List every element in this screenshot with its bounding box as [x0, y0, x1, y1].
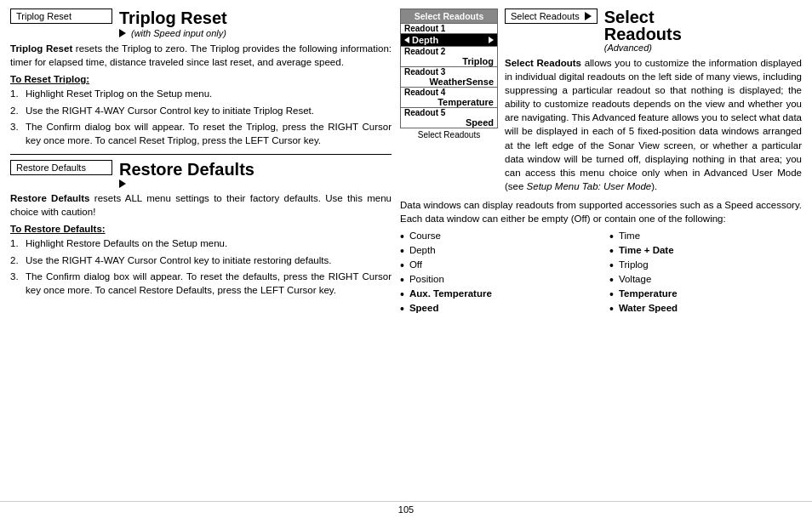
to-restore-defaults-heading: To Restore Defaults: [10, 224, 392, 234]
page-number: 105 [398, 504, 414, 515]
readout-2-row: Readout 2 Triplog [400, 46, 498, 66]
restore-step-2: 2.Use the RIGHT 4-WAY Cursor Control key… [10, 254, 392, 268]
content-area: Triplog Reset Triplog Reset (with Speed … [0, 0, 812, 501]
bullet-triplog-text: Triplog [619, 259, 649, 270]
bullet-voltage-text: Voltage [619, 274, 651, 284]
select-readouts-arrow-icon [585, 12, 592, 20]
readout-5-label: Readout 5 [404, 108, 494, 117]
readout-4-row: Readout 4 Temperature [400, 87, 498, 107]
select-readouts-advanced: (Advanced) [604, 43, 682, 53]
divider-1 [10, 154, 392, 155]
triplog-step-1-text: Highlight Reset Triplog on the Setup men… [26, 88, 212, 101]
select-readouts-desc-text: allows you to customize the information … [505, 58, 802, 191]
readout-1-label: Readout 1 [404, 24, 494, 33]
bullet-course-text: Course [409, 231, 441, 241]
triplog-step-3: 3.The Confirm dialog box will appear. To… [10, 121, 392, 147]
to-reset-triplog-heading: To Reset Triplog: [10, 74, 392, 84]
bullet-dot-time-date: • [609, 245, 614, 257]
select-readouts-title-section: Select Readouts Select Readouts (Advance… [505, 9, 802, 193]
readout-5-value: Speed [404, 117, 494, 128]
triplog-step-2-text: Use the RIGHT 4-WAY Cursor Control key t… [26, 105, 314, 118]
restore-steps-list: 1.Highlight Restore Defaults on the Setu… [10, 237, 392, 297]
triplog-reset-intro: Triplog Reset resets the Triplog to zero… [10, 42, 392, 69]
readout-4-label: Readout 4 [404, 88, 494, 97]
restore-defaults-intro-bold: Restore Defaults [10, 193, 90, 203]
page-footer: 105 [0, 501, 812, 518]
restore-defaults-menu-label: Restore Defaults [16, 162, 86, 173]
restore-defaults-menu-box: Restore Defaults [10, 160, 112, 175]
restore-defaults-title: Restore Defaults [119, 160, 254, 179]
bullet-dot-course: • [400, 231, 404, 242]
bullet-off-text: Off [409, 259, 422, 270]
bullet-dot-time: • [609, 231, 614, 242]
readouts-menu-panel: Select Readouts Readout 1 Depth [400, 9, 498, 193]
select-readouts-title-row: Select Readouts Select Readouts (Advance… [505, 9, 802, 53]
bullet-time-date: • Time + Date [609, 245, 802, 257]
restore-step-3-text: The Confirm dialog box will appear. To r… [26, 270, 392, 297]
triplog-steps-list: 1.Highlight Reset Triplog on the Setup m… [10, 88, 392, 147]
bullet-time: • Time [609, 231, 802, 242]
bullet-dot-depth: • [400, 245, 404, 257]
triplog-reset-subtitle: (with Speed input only) [131, 28, 226, 38]
bullet-speed-text: Speed [409, 303, 439, 313]
bullet-voltage: • Voltage [609, 274, 802, 286]
restore-defaults-title-block: Restore Defaults [119, 160, 254, 188]
triplog-reset-intro-bold: Triplog Reset [10, 43, 72, 54]
left-column: Triplog Reset Triplog Reset (with Speed … [10, 9, 392, 496]
bullet-col-right: • Time • Time + Date • Triplog • Voltage [609, 231, 802, 317]
bullet-time-text: Time [619, 231, 640, 241]
bullet-dot-off: • [400, 259, 404, 271]
readout-5-row: Readout 5 Speed [400, 107, 498, 128]
readout-4-value: Temperature [404, 97, 494, 107]
bullet-depth: • Depth [400, 245, 592, 257]
triplog-reset-menu-label: Triplog Reset [16, 11, 71, 21]
depth-label: Depth [412, 35, 438, 45]
bullet-temperature-text: Temperature [619, 288, 678, 299]
restore-defaults-header: Restore Defaults Restore Defaults [10, 160, 392, 188]
restore-step-2-text: Use the RIGHT 4-WAY Cursor Control key t… [26, 254, 331, 268]
readout-2-value: Triplog [404, 56, 494, 66]
restore-step-1: 1.Highlight Restore Defaults on the Setu… [10, 237, 392, 251]
bullet-lists: • Course • Depth • Off • Position [400, 231, 802, 317]
select-readouts-top: Select Readouts Readout 1 Depth [400, 9, 802, 193]
select-readouts-title-line1: Select [604, 9, 682, 26]
triplog-arrow-icon [119, 29, 126, 37]
bullet-dot-speed: • [400, 303, 404, 315]
bullet-position-text: Position [409, 274, 444, 284]
bullet-aux-temp-text: Aux. Temperature [409, 288, 492, 299]
readout-3-value: WeatherSense [404, 77, 494, 87]
bullet-dot-voltage: • [609, 274, 614, 286]
triplog-reset-menu-box: Triplog Reset [10, 9, 112, 24]
bullet-depth-text: Depth [409, 245, 436, 255]
depth-arrow-left-icon [404, 37, 409, 43]
select-readouts-text-block: Select Readouts (Advanced) [604, 9, 682, 53]
triplog-step-3-text: The Confirm dialog box will appear. To r… [26, 121, 392, 147]
right-column: Select Readouts Readout 1 Depth [400, 9, 802, 496]
bullet-time-date-text: Time + Date [619, 245, 674, 255]
restore-step-3: 3.The Confirm dialog box will appear. To… [10, 270, 392, 297]
triplog-reset-title: Triplog Reset [119, 9, 227, 28]
bullet-aux-temp: • Aux. Temperature [400, 288, 592, 300]
page: Triplog Reset Triplog Reset (with Speed … [0, 0, 812, 518]
readouts-panel-header: Select Readouts [400, 9, 498, 23]
bullet-course: • Course [400, 231, 592, 242]
select-readouts-desc-bold: Select Readouts [505, 58, 581, 68]
select-readouts-description: Select Readouts allows you to customize … [505, 56, 802, 193]
restore-step-1-text: Highlight Restore Defaults on the Setup … [26, 237, 227, 251]
bullet-triplog: • Triplog [609, 259, 802, 271]
depth-arrow-right-icon [489, 37, 494, 43]
bullet-dot-temperature: • [609, 288, 614, 300]
bullet-position: • Position [400, 274, 592, 286]
bullet-col-left: • Course • Depth • Off • Position [400, 231, 592, 317]
readout-1-row: Readout 1 [400, 23, 498, 33]
select-readouts-title-line2: Readouts [604, 26, 682, 43]
readout-2-label: Readout 2 [404, 47, 494, 56]
bullet-dot-water-speed: • [609, 303, 614, 315]
readouts-panel-caption: Select Readouts [400, 130, 498, 139]
select-readouts-menu-label: Select Readouts [511, 11, 580, 21]
data-windows-intro: Data windows can display readouts from s… [400, 198, 802, 225]
bullet-speed: • Speed [400, 303, 592, 315]
triplog-reset-title-block: Triplog Reset (with Speed input only) [119, 9, 227, 38]
triplog-step-1: 1.Highlight Reset Triplog on the Setup m… [10, 88, 392, 101]
bullet-water-speed: • Water Speed [609, 303, 802, 315]
